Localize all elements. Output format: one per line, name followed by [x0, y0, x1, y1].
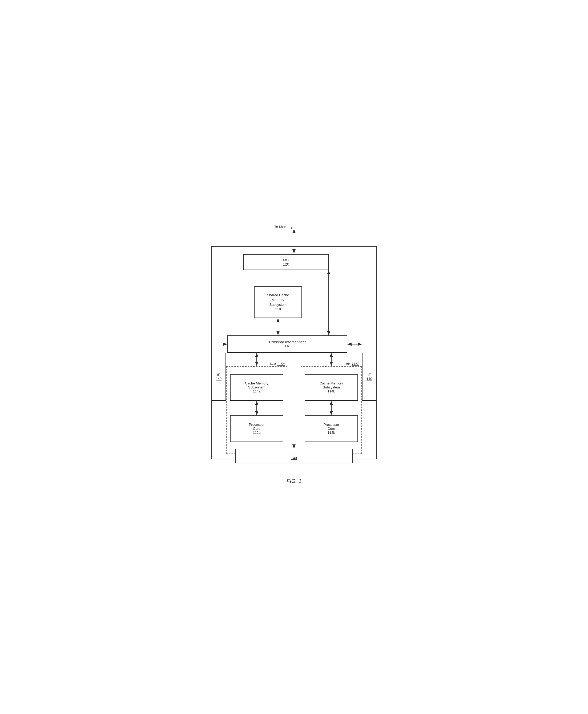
unit-a-label: Unit 115a	[270, 362, 285, 366]
mc-ref: 120	[283, 262, 289, 266]
proc-b-title: ProcessorCore	[323, 423, 339, 430]
cache-a-box: Cache MemorySubsystem 114a	[230, 374, 284, 401]
mc-box: MC 120	[243, 254, 329, 270]
if-bottom-title: IF	[292, 452, 296, 456]
proc-b-ref: 112b	[328, 430, 335, 435]
to-memory-label: To Memory	[274, 225, 292, 229]
cache-a-ref: 114a	[253, 389, 261, 393]
if-right-ref: 140	[366, 377, 372, 381]
cache-b-ref: 114b	[328, 389, 335, 393]
shared-cache-ref: 118	[275, 307, 281, 311]
shared-cache-box: Shared CacheMemorySubsystem 118	[254, 286, 302, 318]
if-left-title: IF	[217, 373, 220, 377]
if-left-ref: 140	[216, 377, 222, 381]
if-right-title: IF	[368, 373, 371, 377]
cache-a-title: Cache MemorySubsystem	[245, 381, 268, 389]
crossbar-title: Crossbar Interconnect	[269, 340, 306, 344]
if-right-box: IF 140	[362, 353, 377, 401]
proc-a-title: ProcessorCore	[249, 423, 265, 430]
page-container: To Memory MC 120 Shared CacheMemorySubsy…	[190, 214, 398, 500]
cache-b-box: Cache MemorySubsystem 114b	[304, 374, 358, 401]
if-bottom-ref: 140	[291, 456, 297, 460]
crossbar-box: Crossbar Interconnect 116	[227, 335, 347, 353]
shared-cache-title: Shared CacheMemorySubsystem	[267, 293, 289, 308]
mc-title: MC	[283, 257, 289, 262]
proc-a-box: ProcessorCore 112a	[230, 415, 284, 442]
diagram: To Memory MC 120 Shared CacheMemorySubsy…	[201, 225, 387, 470]
proc-a-ref: 112a	[253, 430, 261, 435]
unit-b-label: Unit 115b	[344, 362, 359, 366]
crossbar-ref: 116	[285, 344, 290, 348]
if-left-box: IF 140	[211, 353, 226, 401]
cache-b-title: Cache MemorySubsystem	[320, 381, 343, 389]
proc-b-box: ProcessorCore 112b	[304, 415, 358, 442]
figure-label: FIG. 1	[287, 478, 301, 484]
if-bottom-box: IF 140	[235, 449, 353, 463]
